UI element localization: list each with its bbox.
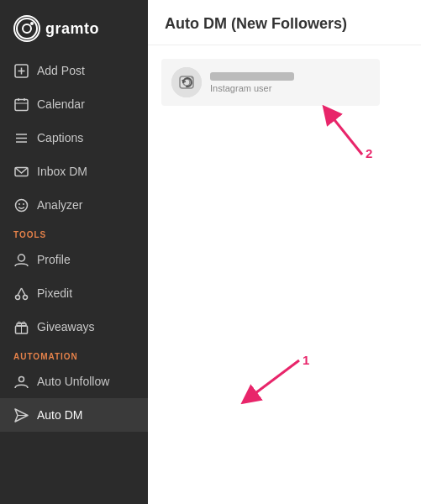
sidebar-navigation: Add Post Calendar Caption <box>0 54 148 504</box>
sidebar-item-analyzer[interactable]: Analyzer <box>0 188 148 222</box>
svg-point-0 <box>17 18 37 39</box>
sidebar-item-label: Pixedit <box>37 286 72 300</box>
sidebar-item-auto-dm[interactable]: Auto DM <box>0 398 148 432</box>
section-tools-label: TOOLS <box>0 222 148 243</box>
svg-point-31 <box>192 77 193 79</box>
sidebar-item-profile[interactable]: Profile <box>0 243 148 276</box>
sidebar-item-label: Add Post <box>37 64 85 77</box>
svg-rect-6 <box>15 99 28 110</box>
sidebar-item-label: Inbox DM <box>37 165 87 178</box>
avatar-icon <box>171 67 202 97</box>
main-content: Auto DM (New Followers) Instagra <box>148 0 421 504</box>
person-icon <box>13 374 29 389</box>
svg-point-17 <box>18 255 24 261</box>
envelope-icon <box>13 164 29 179</box>
sidebar-item-inbox-dm[interactable]: Inbox DM <box>0 155 148 188</box>
sidebar-item-label: Analyzer <box>37 198 82 212</box>
sidebar-item-giveaways[interactable]: Giveaways <box>0 310 148 344</box>
plus-square-icon <box>13 63 29 78</box>
sidebar-item-auto-unfollow[interactable]: Auto Unfollow <box>0 365 148 398</box>
avatar <box>171 67 202 97</box>
svg-point-28 <box>171 67 202 97</box>
logo-icon <box>13 15 40 42</box>
user-sub-label: Instagram user <box>210 83 294 93</box>
logo-text: gramto <box>45 20 99 38</box>
sidebar-item-pixedit[interactable]: Pixedit <box>0 276 148 310</box>
svg-point-16 <box>23 203 24 205</box>
page-title: Auto DM (New Followers) <box>148 0 421 45</box>
svg-point-15 <box>18 203 20 205</box>
sidebar-item-captions[interactable]: Captions <box>0 121 148 155</box>
sidebar-item-add-post[interactable]: Add Post <box>0 54 148 87</box>
svg-point-2 <box>30 22 34 25</box>
svg-line-20 <box>18 288 22 296</box>
svg-point-1 <box>23 24 31 33</box>
svg-point-18 <box>15 295 19 299</box>
emoji-icon <box>13 197 29 213</box>
sidebar-item-calendar[interactable]: Calendar <box>0 87 148 121</box>
sidebar-item-label: Captions <box>37 131 83 144</box>
face-icon <box>13 252 29 267</box>
sidebar-item-label: Auto Unfollow <box>37 375 109 388</box>
svg-point-25 <box>18 376 24 381</box>
list-icon <box>13 130 29 145</box>
user-name-blurred <box>210 72 294 81</box>
user-info: Instagram user <box>210 72 294 93</box>
sidebar-item-label: Giveaways <box>37 320 94 333</box>
arrow-2-container: 2 <box>312 96 379 163</box>
send-icon <box>13 407 29 423</box>
arrow-2-label: 2 <box>366 146 372 160</box>
arrow-1-label: 1 <box>303 353 309 367</box>
svg-point-14 <box>15 199 27 211</box>
content-area: Instagram user 2 <box>148 45 421 504</box>
logo-svg <box>15 17 39 40</box>
svg-line-35 <box>249 360 299 398</box>
arrow-1-container: 1 <box>240 356 316 407</box>
section-automation-label: AUTOMATION <box>0 344 148 365</box>
svg-point-19 <box>23 295 27 299</box>
logo-area: gramto <box>0 0 148 54</box>
svg-line-21 <box>21 288 25 296</box>
gift-icon <box>13 319 29 334</box>
sidebar-item-label: Calendar <box>37 97 85 111</box>
sidebar: gramto Add Post Ca <box>0 0 148 504</box>
svg-line-33 <box>329 113 362 155</box>
sidebar-item-label: Profile <box>37 253 71 266</box>
sidebar-item-label: Auto DM <box>37 408 82 422</box>
cut-icon <box>13 286 29 301</box>
calendar-icon <box>13 97 29 112</box>
